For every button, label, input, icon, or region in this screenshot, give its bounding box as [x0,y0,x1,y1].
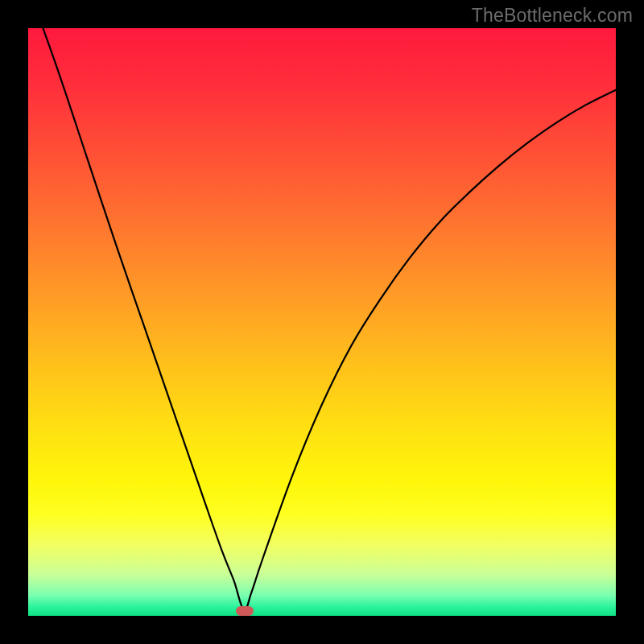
chart-svg [28,28,616,616]
chart-frame: TheBottleneck.com [0,0,644,644]
plot-area [28,28,616,616]
watermark-text: TheBottleneck.com [472,5,633,27]
optimum-marker [236,606,254,616]
gradient-background [28,28,616,616]
